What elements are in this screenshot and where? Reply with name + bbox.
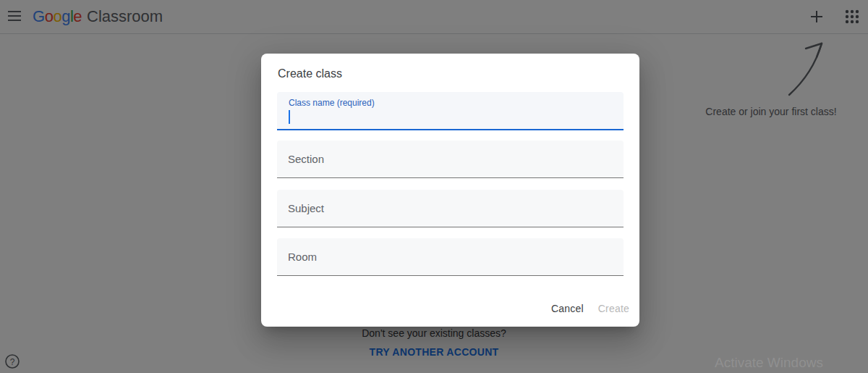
dialog-actions: Cancel Create: [545, 297, 635, 320]
class-name-field[interactable]: Class name (required): [277, 92, 624, 130]
dialog-title: Create class: [278, 67, 342, 80]
create-button[interactable]: Create: [592, 297, 635, 320]
create-class-dialog: Create class Class name (required) Cance…: [261, 54, 639, 327]
subject-field[interactable]: [277, 190, 624, 227]
room-field[interactable]: [277, 238, 624, 276]
section-field[interactable]: [277, 141, 624, 178]
google-classroom-page: GoogleClassroom Create or join your firs…: [0, 0, 868, 373]
class-name-input[interactable]: [277, 92, 624, 129]
subject-input[interactable]: [277, 190, 624, 227]
cancel-button[interactable]: Cancel: [545, 297, 590, 320]
section-input[interactable]: [277, 141, 624, 177]
room-input[interactable]: [277, 238, 624, 275]
activate-windows-watermark: Activate Windows: [715, 355, 823, 371]
